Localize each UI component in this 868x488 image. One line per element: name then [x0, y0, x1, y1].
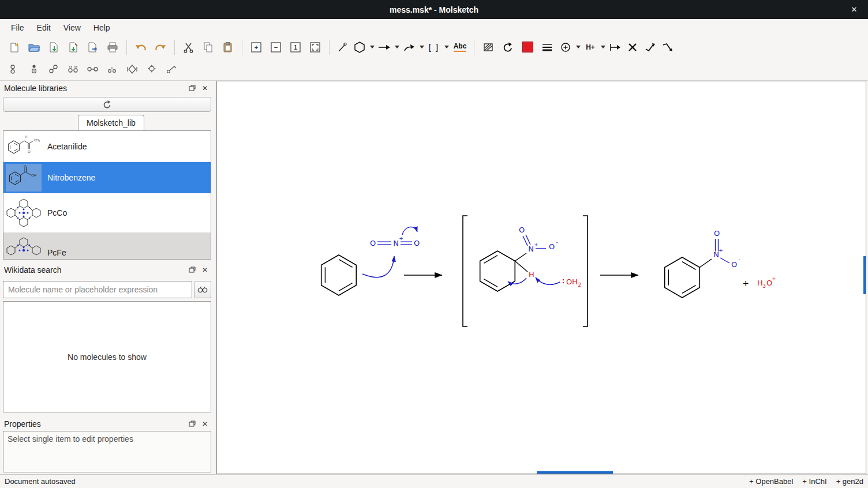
library-item-nitrobenzene[interactable]: OOH Nitrobenzene — [3, 162, 211, 193]
svg-text:O: O — [549, 242, 555, 251]
svg-text:2: 2 — [578, 282, 581, 288]
open-button[interactable] — [24, 38, 44, 57]
product-nitro-group: N + O O - — [713, 229, 740, 269]
nitrobenzene-ring — [665, 257, 712, 298]
draw-bond-tool[interactable] — [334, 38, 351, 57]
text-tool[interactable]: Abc — [450, 38, 470, 57]
flip-vertical-tool[interactable] — [659, 38, 676, 57]
close-panel-icon[interactable]: ✕ — [200, 83, 210, 93]
fragment-tool-5[interactable] — [83, 60, 103, 78]
hatch-tool[interactable] — [478, 38, 498, 57]
bracket-dropdown[interactable] — [443, 38, 450, 57]
menu-file[interactable]: File — [5, 21, 31, 35]
redo-button[interactable] — [151, 38, 170, 57]
refresh-libraries-button[interactable] — [3, 97, 211, 112]
binoculars-icon — [197, 286, 208, 294]
menu-help[interactable]: Help — [87, 21, 117, 35]
fragment-tool-8[interactable] — [142, 60, 162, 78]
search-button[interactable] — [194, 281, 211, 298]
zoom-original-button[interactable]: 1 — [286, 38, 305, 57]
pcfe-structure-thumbnail — [6, 239, 42, 260]
fragment-tool-7[interactable] — [122, 60, 142, 78]
library-item-label: PcCo — [47, 208, 67, 217]
cut-button[interactable] — [179, 38, 199, 57]
zoom-out-button[interactable]: − — [266, 38, 286, 57]
close-panel-icon[interactable]: ✕ — [200, 419, 210, 429]
canvas-horizontal-scrollbar[interactable] — [537, 471, 613, 474]
wikidata-search-title: Wikidata search — [4, 265, 62, 275]
library-item-acetanilide[interactable]: HOCH₃ Acetanilide — [3, 131, 211, 162]
arrow-dropdown[interactable] — [393, 38, 401, 57]
zoom-in-button[interactable]: + — [246, 38, 266, 57]
properties-hint: Select single item to edit properties — [8, 434, 133, 444]
tab-molsketch-lib[interactable]: Molsketch_lib — [78, 115, 144, 130]
ring-dropdown[interactable] — [368, 38, 376, 57]
molecule-libraries-header: Molecule libraries ✕ — [0, 81, 214, 95]
toolbar-separator — [329, 40, 330, 55]
wikidata-results-area: No molecules to show — [3, 301, 211, 412]
charge-dropdown[interactable] — [574, 38, 582, 57]
float-panel-icon[interactable] — [187, 83, 197, 93]
window-close-icon[interactable]: ✕ — [846, 0, 862, 19]
library-item-pcco[interactable]: PcCo — [3, 193, 211, 232]
close-panel-icon[interactable]: ✕ — [200, 265, 210, 275]
zoom-fit-button[interactable] — [305, 38, 325, 57]
svg-text:O: O — [414, 239, 420, 247]
electron-arrow-base-to-h — [536, 277, 560, 284]
nitronium-ion: O N + O — [370, 235, 420, 247]
svg-text:1: 1 — [294, 44, 297, 51]
fragment-tool-3[interactable] — [44, 60, 63, 78]
ring-tool[interactable] — [351, 38, 368, 57]
molecule-libraries-title: Molecule libraries — [4, 84, 67, 93]
export-button[interactable] — [83, 38, 103, 57]
fragment-tool-6[interactable] — [103, 60, 122, 78]
hydrogen-dropdown[interactable] — [599, 38, 607, 57]
charge-tool[interactable] — [557, 38, 574, 57]
svg-text:O: O — [714, 229, 720, 238]
new-file-button[interactable]: ✦ — [5, 38, 24, 57]
reaction-scheme: O N + O N + O O - — [217, 81, 866, 474]
canvas-vertical-scrollbar[interactable] — [863, 256, 866, 294]
electron-arrow-ch-to-ring — [508, 278, 526, 284]
delete-tool[interactable] — [624, 38, 641, 57]
copy-button[interactable] — [199, 38, 218, 57]
molecule-search-input[interactable] — [3, 281, 192, 298]
pcco-structure-thumbnail — [6, 199, 42, 227]
acetanilide-structure-thumbnail: HOCH₃ — [6, 133, 42, 160]
properties-header: Properties ✕ — [0, 416, 214, 431]
library-item-label: Nitrobenzene — [47, 173, 95, 182]
fragment-tool-4[interactable] — [63, 60, 83, 78]
hydrogen-tool[interactable]: H+ — [582, 38, 599, 57]
color-picker-button[interactable] — [518, 38, 537, 57]
float-panel-icon[interactable] — [187, 265, 197, 275]
undo-button[interactable] — [131, 38, 151, 57]
menu-view[interactable]: View — [57, 21, 87, 35]
connect-arrow-tool[interactable] — [607, 38, 624, 57]
drawing-canvas[interactable]: O N + O N + O O - — [216, 81, 866, 474]
save-as-button[interactable] — [63, 38, 83, 57]
fragment-tool-9[interactable] — [162, 60, 181, 78]
fragment-tool-1[interactable] — [5, 60, 24, 78]
base-oh2: - O H 2 — [563, 273, 581, 288]
paste-button[interactable] — [218, 38, 238, 57]
flip-horizontal-tool[interactable] — [641, 38, 659, 57]
svg-text:N: N — [393, 239, 399, 247]
arrow-tool[interactable] — [376, 38, 393, 57]
save-button[interactable] — [44, 38, 63, 57]
float-panel-icon[interactable] — [187, 419, 197, 429]
line-width-button[interactable] — [537, 38, 557, 57]
molecule-library-list: HOCH₃ Acetanilide OOH Nitrobenzene PcCo … — [3, 130, 211, 260]
right-bracket — [583, 216, 588, 326]
svg-text:+: + — [772, 276, 776, 281]
fragment-tool-2[interactable] — [24, 60, 44, 78]
mechanism-arrow-dropdown[interactable] — [418, 38, 425, 57]
print-button[interactable] — [103, 38, 122, 57]
svg-text:H: H — [572, 277, 578, 286]
bracket-tool[interactable]: [ ] — [425, 38, 443, 57]
status-gen2d: + gen2d — [836, 477, 863, 486]
rotate-tool[interactable] — [498, 38, 518, 57]
menu-edit[interactable]: Edit — [31, 21, 57, 35]
library-item-pcfe[interactable]: PcFe — [3, 232, 211, 260]
hydronium-ion: H 3 O + — [757, 276, 776, 289]
mechanism-arrow-tool[interactable] — [401, 38, 418, 57]
